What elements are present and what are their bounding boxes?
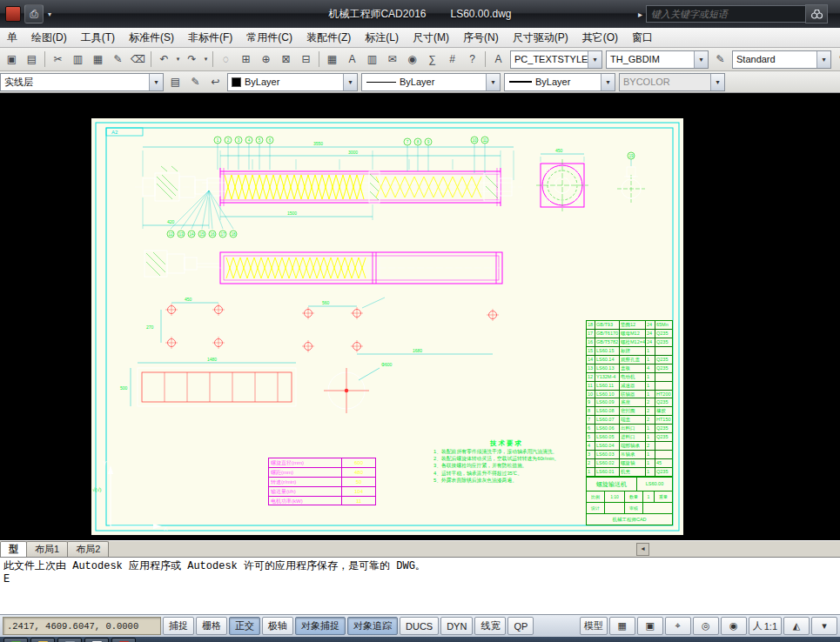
model-space-button[interactable]: 模型	[580, 617, 608, 635]
annotation-scale-button[interactable]: 人 1:1	[749, 617, 782, 635]
paste-icon[interactable]: ▦	[88, 50, 108, 70]
help-icon[interactable]: ?	[462, 50, 482, 70]
redo-icon[interactable]: ↷	[182, 50, 202, 70]
text-style-select[interactable]: PC_TEXTSTYLE ▾	[510, 50, 602, 69]
select-icon[interactable]: ◌	[216, 50, 236, 70]
taskbar-item-5[interactable]: A	[111, 638, 136, 642]
chevron-down-icon[interactable]: ▾	[816, 51, 830, 68]
quick-view-layouts-icon[interactable]: ▦	[609, 617, 635, 635]
taskbar-item-4[interactable]: ≡	[84, 638, 109, 642]
svg-text:14: 14	[189, 232, 194, 237]
technical-notes: 技术要求 1、装配前所有零件须清洗干净，滚动轴承用汽油清洗。2、装配后螺旋体转动…	[433, 439, 580, 484]
menu-dan[interactable]: 单	[0, 28, 24, 47]
steering-wheel-icon[interactable]: ◉	[721, 617, 747, 635]
color-select[interactable]: ByLayer ▾	[227, 73, 358, 91]
text-style-icon[interactable]: A	[488, 50, 508, 70]
help-search-input[interactable]	[646, 5, 805, 23]
chevron-down-icon[interactable]: ▾	[588, 51, 601, 68]
lineweight-select[interactable]: ByLayer ▾	[504, 73, 615, 91]
toggle-ortho[interactable]: 正交	[229, 617, 260, 635]
zoom-previous-icon[interactable]: ⊟	[296, 50, 316, 70]
menu-annotate[interactable]: 标注(L)	[358, 28, 406, 47]
zoom-realtime-icon[interactable]: ⊕	[256, 50, 276, 70]
taskbar-item-1[interactable]: ❖	[3, 638, 28, 642]
menu-dim-drive[interactable]: 尺寸驱动(P)	[506, 28, 575, 47]
text-icon[interactable]: A	[342, 50, 362, 70]
infocenter-expander[interactable]: ▸	[638, 10, 642, 19]
toggle-polar[interactable]: 极轴	[262, 617, 293, 635]
zoom-icon[interactable]: ◎	[693, 617, 719, 635]
open-file-icon[interactable]: ▤	[22, 50, 42, 70]
menu-dimension[interactable]: 尺寸(M)	[406, 28, 456, 47]
toggle-grid[interactable]: 栅格	[196, 617, 227, 635]
layer-previous-icon[interactable]: ↩	[205, 72, 225, 92]
chevron-down-icon[interactable]: ▾	[149, 74, 163, 90]
table-icon[interactable]: ▦	[322, 50, 342, 70]
pan-icon[interactable]: ⌖	[665, 617, 691, 635]
toggle-ducs[interactable]: DUCS	[400, 617, 439, 635]
copy-icon[interactable]: ▥	[68, 50, 88, 70]
bom-table: 18GB/T93垫圈122465Mn 17GB/T6170螺母M1224Q235…	[586, 320, 673, 477]
standards-icon[interactable]: ✎	[710, 50, 730, 70]
menu-common-parts[interactable]: 常用件(C)	[239, 28, 299, 47]
menu-draw[interactable]: 绘图(D)	[24, 28, 74, 47]
layer-select[interactable]: 实线层 ▾	[0, 73, 164, 91]
print-button[interactable]: ⎙	[24, 4, 44, 23]
make-object-layer-icon[interactable]: ✎	[185, 72, 205, 92]
app-icon[interactable]	[5, 6, 21, 22]
menu-balloon[interactable]: 序号(N)	[456, 28, 506, 47]
menu-nonstandard-parts[interactable]: 非标件(F)	[181, 28, 239, 47]
menu-tools[interactable]: 工具(T)	[74, 28, 122, 47]
toggle-quickproperties[interactable]: QP	[507, 617, 534, 635]
tab-scroll-left-icon[interactable]: ◂	[636, 543, 649, 556]
zoom-window-icon[interactable]: ⊞	[236, 50, 256, 70]
tab-model[interactable]: 型	[0, 541, 27, 557]
table-row: 10LS60.10联轴器1HT200	[587, 390, 672, 398]
quick-view-drawings-icon[interactable]: ▣	[637, 617, 663, 635]
drawing-area[interactable]: A2	[0, 93, 840, 540]
grid-icon[interactable]: #	[442, 50, 462, 70]
toggle-dyn[interactable]: DYN	[440, 617, 473, 635]
undo-dropdown-caret[interactable]: ▾	[174, 56, 182, 63]
print-dropdown-caret[interactable]: ▾	[48, 10, 51, 18]
layer-properties-icon[interactable]: ▤	[165, 72, 185, 92]
toggle-otrack[interactable]: 对象追踪	[347, 617, 398, 635]
workspace-icon[interactable]: ▣	[2, 50, 22, 70]
linetype-select[interactable]: ByLayer ▾	[361, 73, 501, 91]
menu-others[interactable]: 其它(O)	[575, 28, 625, 47]
cut-icon[interactable]: ✂	[48, 50, 68, 70]
taskbar-item-3[interactable]	[57, 638, 82, 642]
menu-window[interactable]: 窗口	[625, 28, 660, 47]
chevron-down-icon[interactable]: ▾	[486, 74, 500, 90]
columns-icon[interactable]: ▥	[362, 50, 382, 70]
redo-dropdown-caret[interactable]: ▾	[202, 56, 210, 63]
matchprop-icon[interactable]: ✎	[833, 50, 840, 70]
annotation-visibility-icon[interactable]: ◭	[783, 617, 810, 635]
menu-standard-parts[interactable]: 标准件(S)	[122, 28, 181, 47]
cad-standard-select[interactable]: Standard ▾	[732, 50, 831, 69]
chevron-down-icon[interactable]: ▾	[694, 51, 708, 68]
erase-icon[interactable]: ⌫	[128, 50, 148, 70]
lineweight-value: ByLayer	[532, 77, 601, 87]
search-button[interactable]	[805, 4, 828, 23]
edit-icon[interactable]: ✎	[108, 50, 128, 70]
tab-layout1[interactable]: 布局1	[26, 541, 68, 557]
toggle-osnap[interactable]: 对象捕捉	[295, 617, 346, 635]
chevron-down-icon[interactable]: ▾	[343, 74, 357, 90]
status-menu-caret-icon[interactable]: ▾	[811, 617, 837, 635]
undo-icon[interactable]: ↶	[154, 50, 174, 70]
dim-style-select[interactable]: TH_GBDIM ▾	[606, 50, 709, 69]
etransmit-icon[interactable]: ✉	[382, 50, 402, 70]
wheel-icon[interactable]: ◉	[402, 50, 422, 70]
command-window[interactable]: 此文件上次由 Autodesk 应用程序或 Autodesk 许可的应用程序保存…	[0, 557, 840, 614]
taskbar-item-2[interactable]	[30, 638, 55, 642]
calculator-icon[interactable]: ∑	[422, 50, 442, 70]
tab-layout2[interactable]: 布局2	[67, 541, 109, 557]
chevron-down-icon[interactable]: ▾	[601, 74, 615, 90]
toggle-snap[interactable]: 捕捉	[163, 617, 194, 635]
toggle-lineweight[interactable]: 线宽	[474, 617, 506, 635]
zoom-extents-icon[interactable]: ⊠	[276, 50, 296, 70]
menu-assembly-parts[interactable]: 装配件(Z)	[299, 28, 358, 47]
coordinates-readout[interactable]: .2417, 4609.6047, 0.0000	[3, 617, 161, 635]
drawing-canvas[interactable]: A2	[0, 93, 840, 540]
